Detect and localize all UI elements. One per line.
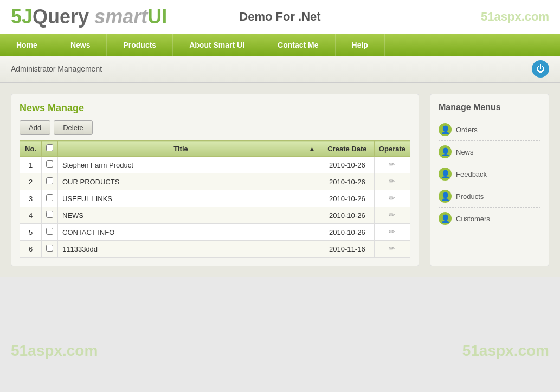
side-menu-label: Products — [456, 192, 484, 201]
table-row: 5 CONTACT INFO 2010-10-26 — [20, 224, 410, 241]
add-button[interactable]: Add — [20, 120, 50, 135]
table-row: 3 USEFUL LINKS 2010-10-26 — [20, 190, 410, 207]
admin-title: Administrator Management — [11, 65, 102, 73]
cell-check[interactable] — [42, 190, 58, 207]
cell-check[interactable] — [42, 173, 58, 190]
main-content: News Manage Add Delete No. Title ▲ Creat… — [0, 83, 560, 277]
edit-icon[interactable] — [387, 244, 397, 254]
row-checkbox[interactable] — [46, 228, 53, 235]
edit-icon[interactable] — [387, 227, 397, 237]
cell-title: Stephen Farm Product — [58, 157, 304, 173]
row-checkbox[interactable] — [46, 160, 53, 168]
cell-title: 111333ddd — [58, 241, 304, 258]
table-row: 1 Stephen Farm Product 2010-10-26 — [20, 157, 410, 173]
cell-no: 5 — [20, 224, 42, 241]
side-menu-label: Feedback — [456, 170, 487, 178]
cell-title: NEWS — [58, 207, 304, 224]
col-header-date: Create Date — [320, 141, 374, 157]
cell-operate[interactable] — [374, 173, 410, 190]
header: 5JQuery smartUI Demo For .Net 51aspx.com — [0, 0, 560, 34]
cell-date: 2010-10-26 — [320, 173, 374, 190]
cell-title: OUR PRODUCTS — [58, 173, 304, 190]
news-table: No. Title ▲ Create Date Operate 1 Stephe… — [20, 140, 410, 258]
side-menu-label: News — [456, 148, 474, 156]
nav-contact[interactable]: Contact Me — [261, 34, 335, 56]
person-icon: 👤 — [439, 145, 452, 158]
side-menu-item-products[interactable]: 👤 Products — [439, 185, 540, 208]
nav-home[interactable]: Home — [0, 34, 54, 56]
side-menu-label: Customers — [456, 215, 490, 223]
cell-check[interactable] — [42, 157, 58, 173]
footer-watermark-left: 51aspx.com — [11, 342, 98, 359]
cell-operate[interactable] — [374, 190, 410, 207]
cell-date: 2010-10-26 — [320, 157, 374, 173]
person-icon: 👤 — [439, 168, 452, 181]
cell-operate[interactable] — [374, 224, 410, 241]
side-menu-item-news[interactable]: 👤 News — [439, 141, 540, 163]
select-all-checkbox[interactable] — [46, 144, 53, 151]
person-icon: 👤 — [439, 123, 452, 136]
cell-operate[interactable] — [374, 241, 410, 258]
header-watermark: 51aspx.com — [481, 10, 549, 24]
cell-operate[interactable] — [374, 157, 410, 173]
cell-no: 6 — [20, 241, 42, 258]
table-row: 4 NEWS 2010-10-26 — [20, 207, 410, 224]
cell-sort — [304, 207, 320, 224]
cell-check[interactable] — [42, 207, 58, 224]
nav-help[interactable]: Help — [336, 34, 385, 56]
cell-date: 2010-10-26 — [320, 207, 374, 224]
side-panel-title: Manage Menus — [439, 102, 540, 112]
cell-title: USEFUL LINKS — [58, 190, 304, 207]
cell-date: 2010-11-16 — [320, 241, 374, 258]
panel-title: News Manage — [20, 102, 410, 114]
left-panel: News Manage Add Delete No. Title ▲ Creat… — [11, 94, 419, 266]
delete-button[interactable]: Delete — [54, 120, 93, 135]
cell-check[interactable] — [42, 224, 58, 241]
nav-news[interactable]: News — [54, 34, 107, 56]
cell-title: CONTACT INFO — [58, 224, 304, 241]
logo: 5JQuery smartUI — [11, 5, 167, 28]
footer: 51aspx.com 51aspx.com — [0, 331, 560, 370]
side-menu-item-orders[interactable]: 👤 Orders — [439, 119, 540, 141]
cell-sort — [304, 224, 320, 241]
side-menu: 👤 Orders 👤 News 👤 Feedback 👤 Products 👤 … — [439, 119, 540, 229]
col-header-check — [42, 141, 58, 157]
site-title: Demo For .Net — [239, 10, 320, 24]
nav-bar: Home News Products About Smart UI Contac… — [0, 34, 560, 56]
cell-date: 2010-10-26 — [320, 224, 374, 241]
right-panel: Manage Menus 👤 Orders 👤 News 👤 Feedback … — [430, 94, 549, 266]
cell-date: 2010-10-26 — [320, 190, 374, 207]
row-checkbox[interactable] — [46, 211, 53, 218]
nav-products[interactable]: Products — [107, 34, 173, 56]
edit-icon[interactable] — [387, 194, 397, 203]
row-checkbox[interactable] — [46, 177, 53, 184]
side-menu-item-customers[interactable]: 👤 Customers — [439, 208, 540, 229]
nav-about[interactable]: About Smart UI — [173, 34, 261, 56]
person-icon: 👤 — [439, 190, 452, 203]
nav-spacer — [385, 34, 560, 56]
row-checkbox[interactable] — [46, 194, 53, 201]
table-row: 2 OUR PRODUCTS 2010-10-26 — [20, 173, 410, 190]
cell-sort — [304, 241, 320, 258]
table-row: 6 111333ddd 2010-11-16 — [20, 241, 410, 258]
side-menu-item-feedback[interactable]: 👤 Feedback — [439, 163, 540, 185]
edit-icon[interactable] — [387, 160, 397, 170]
col-header-operate: Operate — [374, 141, 410, 157]
cell-no: 1 — [20, 157, 42, 173]
row-checkbox[interactable] — [46, 245, 53, 252]
cell-check[interactable] — [42, 241, 58, 258]
col-header-title: Title — [58, 141, 304, 157]
power-button[interactable] — [532, 60, 549, 78]
cell-no: 2 — [20, 173, 42, 190]
footer-watermark-right: 51aspx.com — [462, 342, 549, 359]
cell-sort — [304, 157, 320, 173]
btn-group: Add Delete — [20, 120, 410, 135]
cell-sort — [304, 190, 320, 207]
side-menu-label: Orders — [456, 126, 478, 134]
edit-icon[interactable] — [387, 210, 397, 220]
admin-bar: Administrator Management — [0, 56, 560, 83]
person-icon: 👤 — [439, 212, 452, 225]
cell-no: 3 — [20, 190, 42, 207]
edit-icon[interactable] — [387, 177, 397, 187]
cell-operate[interactable] — [374, 207, 410, 224]
